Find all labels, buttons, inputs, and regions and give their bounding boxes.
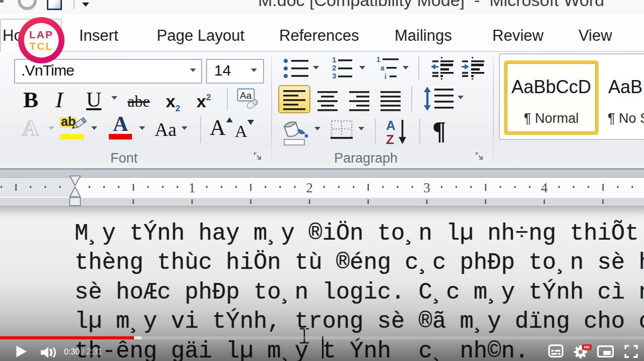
svg-text:1: 1 xyxy=(188,180,196,195)
svg-text:3: 3 xyxy=(423,180,430,195)
svg-text:2: 2 xyxy=(306,180,313,195)
svg-text:4: 4 xyxy=(541,180,548,195)
svg-text:TCL: TCL xyxy=(30,40,53,52)
svg-text:LAP: LAP xyxy=(29,29,53,40)
